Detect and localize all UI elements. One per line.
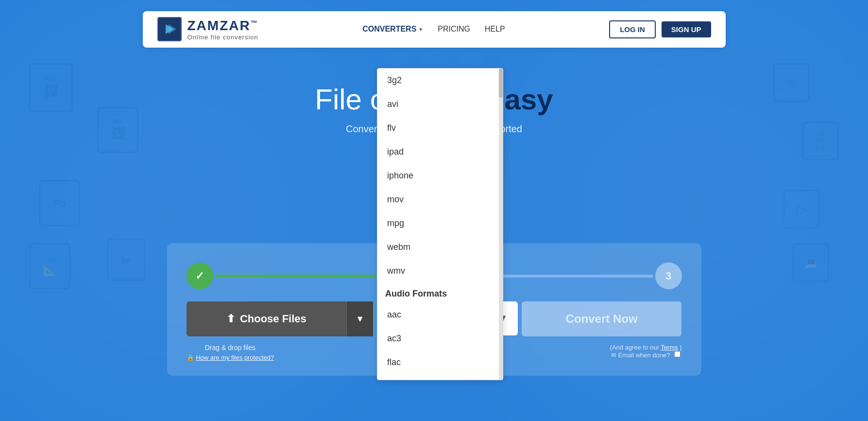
dropdown-item-ac3[interactable]: ac3 — [377, 327, 503, 351]
agree-label: (And agree to our — [610, 344, 659, 351]
email-checkbox[interactable] — [674, 351, 681, 357]
dropdown-item-3g2[interactable]: 3g2 — [377, 69, 503, 92]
agree-end: ) — [680, 344, 681, 351]
logo-area: ZAMZAR™ Online file conversion — [157, 17, 258, 41]
hint-left: Drag & drop files 🔒 How are my files pro… — [187, 344, 274, 361]
signup-button[interactable]: SIGN UP — [662, 21, 711, 37]
scrollbar-track — [499, 69, 503, 380]
nav-converters-label: CONVERTERS — [362, 25, 416, 34]
dropdown-item-ipod[interactable]: ipod — [377, 374, 503, 380]
step-3-circle: 3 — [655, 263, 682, 289]
email-icon: ✉ — [611, 351, 618, 359]
choose-files-label: Choose Files — [240, 313, 306, 325]
dropdown-item-avi[interactable]: avi — [377, 92, 503, 116]
terms-link[interactable]: Terms — [661, 344, 678, 351]
dropdown-item-aac[interactable]: aac — [377, 303, 503, 327]
nav-links: CONVERTERS ▼ PRICING HELP — [362, 25, 505, 34]
dropdown-item-flac[interactable]: flac — [377, 351, 503, 374]
nav-pricing[interactable]: PRICING — [438, 25, 470, 34]
drag-hint: Drag & drop files — [187, 344, 274, 351]
buttons-row: ⬆ Choose Files ▼ Convert To ▼ 3g2 avi fl… — [187, 301, 682, 336]
dropdown-item-webm[interactable]: webm — [377, 235, 503, 259]
nav-buttons: LOG IN SIGN UP — [609, 20, 711, 38]
logo-sub: Online file conversion — [187, 34, 258, 41]
dropdown-audio-header: Audio Formats — [377, 283, 503, 303]
choose-files-dropdown-arrow[interactable]: ▼ — [346, 301, 373, 336]
step-1-circle: ✓ — [187, 263, 213, 289]
dropdown-item-wmv[interactable]: wmv — [377, 259, 503, 283]
login-button[interactable]: LOG IN — [609, 20, 656, 38]
logo-name-text: ZAMZAR — [187, 18, 251, 33]
email-row: ✉ Email when done? — [610, 351, 682, 359]
nav-converters-arrow: ▼ — [418, 27, 423, 32]
convert-to-wrapper: Convert To ▼ 3g2 avi flv ipad iphone mov… — [377, 301, 518, 336]
logo-text-area: ZAMZAR™ Online file conversion — [187, 18, 258, 41]
secure-hint: 🔒 How are my files protected? — [187, 354, 274, 361]
hint-right: (And agree to our Terms ) ✉ Email when d… — [610, 344, 682, 359]
navbar: ZAMZAR™ Online file conversion CONVERTER… — [0, 0, 868, 58]
dropdown-scroll[interactable]: 3g2 avi flv ipad iphone mov mpg webm wmv… — [377, 69, 503, 380]
converter-widget: ✓ 2 3 ⬆ Choose Files ▼ Convert To ▼ — [167, 243, 701, 376]
dropdown-item-mov[interactable]: mov — [377, 188, 503, 211]
nav-converters[interactable]: CONVERTERS ▼ — [362, 25, 423, 34]
svg-marker-1 — [169, 24, 176, 34]
step-3-label: 3 — [665, 270, 671, 282]
convert-to-dropdown: 3g2 avi flv ipad iphone mov mpg webm wmv… — [377, 68, 503, 380]
logo-name: ZAMZAR™ — [187, 18, 258, 34]
navbar-inner: ZAMZAR™ Online file conversion CONVERTER… — [143, 11, 726, 48]
dropdown-item-mpg[interactable]: mpg — [377, 211, 503, 235]
choose-upload-icon: ⬆ — [226, 313, 235, 325]
dropdown-item-ipad[interactable]: ipad — [377, 140, 503, 164]
dropdown-item-iphone[interactable]: iphone — [377, 164, 503, 188]
nav-help[interactable]: HELP — [485, 25, 505, 34]
logo-icon — [157, 17, 182, 41]
scrollbar-thumb — [499, 69, 503, 98]
dropdown-item-flv[interactable]: flv — [377, 116, 503, 140]
convert-now-button[interactable]: Convert Now — [522, 301, 682, 336]
secure-link[interactable]: How are my files protected? — [196, 354, 274, 361]
email-label: Email when done? — [618, 351, 670, 359]
logo-tm: ™ — [251, 18, 258, 26]
agree-text: (And agree to our Terms ) — [610, 344, 682, 351]
choose-files-button[interactable]: ⬆ Choose Files — [187, 301, 347, 336]
